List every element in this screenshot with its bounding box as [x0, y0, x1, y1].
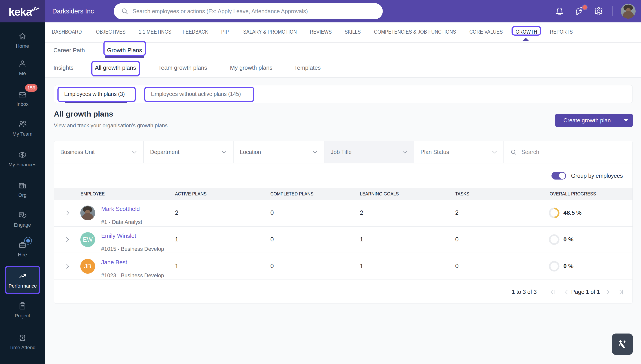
sidebar-item-label: Performance: [9, 283, 37, 289]
table-header: EMPLOYEEACTIVE PLANSCOMPLETED PLANSLEARN…: [54, 188, 632, 200]
sidebar-item-label: Hire: [18, 252, 27, 258]
inbox-count-badge: 156: [25, 84, 38, 92]
learning-goals-value: 2: [360, 209, 363, 216]
expand-row-icon[interactable]: [65, 237, 71, 242]
last-page-icon[interactable]: [617, 289, 623, 295]
nav-all-growth-plans[interactable]: All growth plans: [95, 58, 136, 77]
subnav-sections: InsightsAll growth plansTeam growth plan…: [45, 58, 641, 78]
active-tab-caret: [522, 38, 529, 41]
employee-photo-avatar[interactable]: [80, 206, 95, 220]
tab-objectives[interactable]: OBJECTIVES: [96, 22, 130, 41]
home-icon: [18, 32, 27, 41]
overall-progress-value: 48.5 %: [563, 209, 581, 216]
sidebar-item-label: Engage: [14, 222, 31, 228]
project-icon: [18, 301, 27, 311]
nav-my-growth-plans[interactable]: My growth plans: [230, 58, 272, 77]
chevron-down-icon: [492, 150, 497, 154]
filter-label: Business Unit: [60, 149, 95, 155]
employee-name-link[interactable]: Mark Scottfield: [101, 206, 140, 212]
nav-growth-plans[interactable]: Growth Plans: [107, 42, 142, 58]
module-tabs: DASHBOARDOBJECTIVES1:1 MEETINGSFEEDBACKP…: [45, 22, 641, 42]
expand-row-icon[interactable]: [65, 263, 71, 269]
sidebar-item-me[interactable]: Me: [0, 59, 45, 76]
chip-employees-without-active-plans-145-[interactable]: Employees without active plans (145): [151, 86, 248, 103]
filter-label: Job Title: [331, 149, 352, 155]
settings-gear-icon[interactable]: [594, 6, 603, 16]
sidebar-item-org[interactable]: Org: [0, 180, 45, 198]
first-page-icon[interactable]: [550, 289, 555, 295]
table-row-jane-best[interactable]: JBJane Best#1023 - Business Develop10100…: [54, 253, 632, 280]
table-row-emily-winslet[interactable]: EWEmily Winslet#1015 - Business Develop1…: [54, 226, 632, 253]
filter-label: Department: [150, 149, 179, 155]
table-search-input[interactable]: [521, 149, 626, 155]
ai-assistant-button[interactable]: [612, 334, 633, 355]
tab-competencies-job-functions[interactable]: COMPETENCIES & JOB FUNCTIONS: [374, 22, 468, 41]
sidebar: HomeMeInbox156My TeamMy FinancesOrgEngag…: [0, 22, 45, 364]
search-icon: [510, 149, 517, 156]
tasks-value: 0: [455, 236, 459, 243]
learning-goals-value: 1: [360, 263, 363, 270]
notifications-bell-icon[interactable]: [555, 6, 564, 16]
filter-department[interactable]: Department: [144, 141, 234, 163]
tab-salary-promotion[interactable]: SALARY & PROMOTION: [243, 22, 305, 41]
sidebar-item-label: Me: [19, 70, 26, 76]
create-plan-dropdown-caret[interactable]: [619, 119, 633, 122]
employee-initials-avatar[interactable]: JB: [80, 259, 95, 274]
employee-initials-avatar[interactable]: EW: [80, 232, 95, 247]
table-search[interactable]: [504, 141, 632, 163]
user-avatar[interactable]: [621, 4, 635, 18]
nav-career-path[interactable]: Career Path: [53, 42, 85, 58]
nav-insights[interactable]: Insights: [53, 58, 74, 77]
filter-plan-status[interactable]: Plan Status: [414, 141, 504, 163]
global-search[interactable]: [114, 3, 383, 19]
tab-dashboard[interactable]: DASHBOARD: [52, 22, 86, 41]
sidebar-item-project[interactable]: Project: [0, 301, 45, 319]
performance-icon: [18, 271, 28, 281]
tab-skills[interactable]: SKILLS: [345, 22, 363, 41]
rocket-badge-dot: [582, 4, 588, 10]
nav-team-growth-plans[interactable]: Team growth plans: [158, 58, 207, 77]
tab-1-1-meetings[interactable]: 1:1 MEETINGS: [139, 22, 176, 41]
employee-name-link[interactable]: Emily Winslet: [101, 232, 136, 240]
group-by-employees-toggle[interactable]: [551, 172, 566, 180]
completed-plans-value: 0: [270, 209, 274, 216]
pagination-range: 1 to 3 of 3: [512, 280, 537, 304]
table-row-mark-scottfield[interactable]: Mark Scottfield#1 - Data Analyst202248.5…: [54, 200, 632, 226]
tab-pip[interactable]: PIP: [221, 22, 230, 41]
create-growth-plan-button[interactable]: Create growth plan: [555, 114, 633, 127]
sidebar-item-label: Home: [16, 43, 29, 49]
table-footer: 1 to 3 of 3 Page 1 of 1: [54, 280, 632, 304]
filter-location[interactable]: Location: [234, 141, 325, 163]
filter-business-unit[interactable]: Business Unit: [54, 141, 144, 163]
global-search-input[interactable]: [133, 8, 381, 14]
chip-employees-with-plans-3-[interactable]: Employees with plans (3): [64, 86, 129, 103]
sidebar-item-my-finances[interactable]: My Finances: [0, 150, 45, 168]
sidebar-item-my-team[interactable]: My Team: [0, 119, 45, 137]
logo-block[interactable]: keka: [0, 0, 45, 22]
filter-job-title[interactable]: Job Title: [325, 141, 414, 163]
sidebar-item-engage[interactable]: Engage: [0, 210, 45, 228]
my-team-icon: [18, 119, 27, 129]
tab-feedback[interactable]: FEEDBACK: [183, 22, 212, 41]
progress-ring: [549, 208, 559, 218]
sidebar-item-performance[interactable]: Performance: [5, 266, 40, 294]
expand-row-icon[interactable]: [65, 210, 71, 216]
sidebar-item-hire[interactable]: Hire: [0, 240, 45, 258]
sidebar-item-time-attend[interactable]: Time Attend: [0, 333, 45, 350]
tab-reports[interactable]: REPORTS: [550, 22, 576, 41]
sidebar-item-inbox[interactable]: Inbox156: [0, 90, 45, 107]
subnav-growth: Career PathGrowth Plans: [45, 42, 641, 58]
top-bar: keka Darksiders Inc: [0, 0, 641, 22]
magic-wand-icon: [616, 338, 629, 350]
tab-reviews[interactable]: REVIEWS: [310, 22, 335, 41]
next-page-icon[interactable]: [605, 289, 610, 295]
engage-icon: [18, 210, 27, 220]
prev-page-icon[interactable]: [564, 289, 570, 295]
employee-name-link[interactable]: Jane Best: [101, 259, 127, 266]
tab-core-values[interactable]: CORE VALUES: [469, 22, 508, 41]
column-header-employee: EMPLOYEE: [81, 188, 108, 200]
nav-templates[interactable]: Templates: [294, 58, 321, 77]
sidebar-item-label: Project: [15, 313, 30, 319]
sidebar-item-home[interactable]: Home: [0, 32, 45, 49]
me-icon: [18, 59, 27, 68]
